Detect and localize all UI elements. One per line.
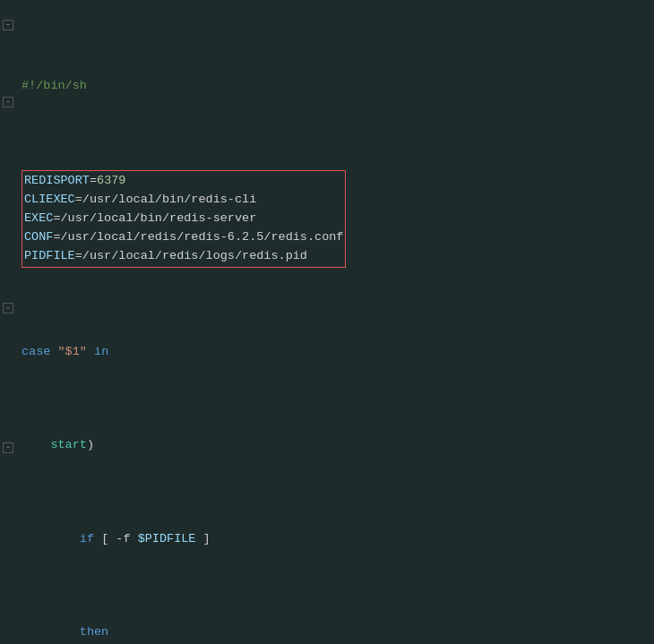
vars-block: REDISPORT=6379 CLIEXEC=/usr/local/bin/re…	[22, 170, 346, 268]
var-redisport: REDISPORT	[24, 174, 90, 187]
code-content: #!/bin/sh REDISPORT=6379 CLIEXEC=/usr/lo…	[16, 0, 654, 644]
code-editor: - - - - #!/bin/sh REDISPORT=6379 CLIEXEC…	[0, 0, 654, 644]
fold-marker-while[interactable]: -	[3, 442, 13, 453]
line-1: #!/bin/sh	[20, 77, 654, 96]
fold-marker-case[interactable]: -	[3, 97, 13, 107]
fold-marker-stop[interactable]: -	[3, 303, 13, 313]
shebang-text: #!/bin/sh	[22, 79, 87, 92]
fold-marker-vars[interactable]: -	[3, 20, 13, 30]
line-start-label: start)	[20, 436, 654, 455]
line-if1: if [ -f $PIDFILE ]	[20, 530, 654, 549]
line-then1: then	[20, 623, 654, 642]
line-2-6-vars: REDISPORT=6379 CLIEXEC=/usr/local/bin/re…	[20, 170, 654, 268]
case-keyword: case	[22, 345, 50, 358]
gutter: - - - -	[0, 0, 16, 644]
line-case: case "$1" in	[20, 343, 654, 362]
start-label: start	[50, 438, 87, 451]
